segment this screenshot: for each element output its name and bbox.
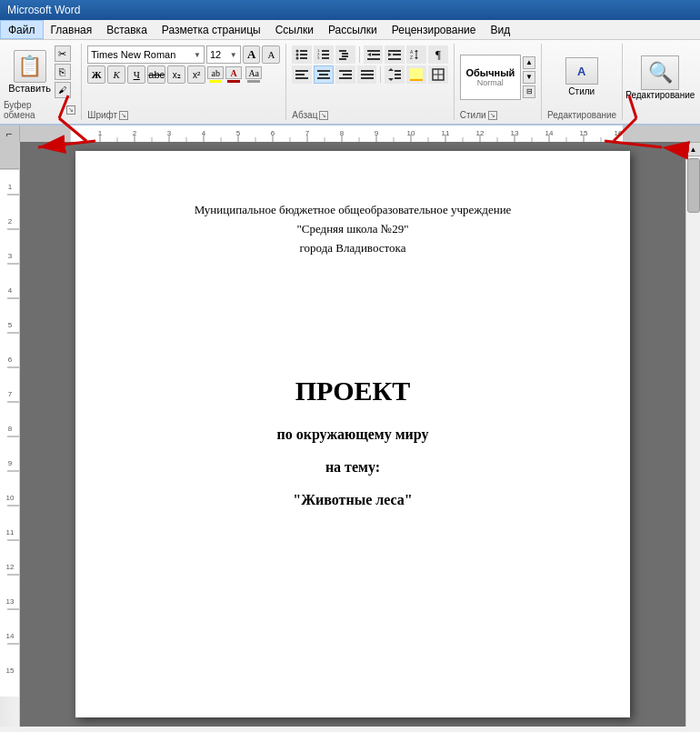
svg-rect-30 xyxy=(295,74,305,75)
doc-header-line2: "Средняя школа №29" xyxy=(144,220,562,239)
svg-text:7: 7 xyxy=(8,390,13,398)
clipboard-expand-icon[interactable]: ↘ xyxy=(66,105,75,115)
svg-rect-5 xyxy=(300,57,307,59)
bold-button[interactable]: Ж xyxy=(87,65,105,84)
svg-rect-40 xyxy=(361,77,374,79)
underline-button[interactable]: Ч xyxy=(127,65,145,84)
svg-rect-39 xyxy=(361,74,374,75)
menu-home[interactable]: Главная xyxy=(44,20,100,39)
menu-review[interactable]: Рецензирование xyxy=(385,20,484,39)
subscript-button[interactable]: x₂ xyxy=(167,65,185,84)
multilevel-list-button[interactable] xyxy=(335,45,355,64)
styles-scroll-up-button[interactable]: ▲ xyxy=(523,56,535,69)
styles-normal-button[interactable]: Обычный Normal xyxy=(460,55,521,100)
align-right-button[interactable] xyxy=(335,65,355,84)
svg-text:4: 4 xyxy=(8,286,13,295)
font-label: Шрифт xyxy=(87,110,117,120)
sort-button[interactable]: A Z xyxy=(406,45,426,64)
italic-button[interactable]: К xyxy=(107,65,125,84)
superscript-button[interactable]: x² xyxy=(187,65,205,84)
styles-expand-icon[interactable]: ↘ xyxy=(488,111,497,120)
change-styles-button[interactable]: A Стили xyxy=(565,57,598,96)
doc-subtitle: по окружающему миру xyxy=(144,426,562,443)
svg-rect-47 xyxy=(410,79,423,81)
font-expand-icon[interactable]: ↘ xyxy=(119,111,128,120)
svg-point-4 xyxy=(296,57,299,60)
svg-marker-41 xyxy=(388,68,394,71)
svg-rect-32 xyxy=(317,70,330,72)
text-effects-button[interactable]: Aa xyxy=(245,66,262,83)
font-size-value: 12 xyxy=(210,49,221,60)
cut-button[interactable]: ✂ xyxy=(55,45,71,62)
increase-font-button[interactable]: A xyxy=(243,45,261,64)
font-name-dropdown-icon[interactable]: ▼ xyxy=(194,51,201,59)
svg-rect-11 xyxy=(322,57,329,59)
svg-marker-21 xyxy=(388,53,392,56)
title-bar-text: Microsoft Word xyxy=(7,4,80,16)
bullet-list-button[interactable] xyxy=(292,45,312,64)
menu-insert[interactable]: Вставка xyxy=(99,20,155,39)
font-color-button[interactable]: A xyxy=(225,66,242,83)
paragraph-expand-icon[interactable]: ↘ xyxy=(319,111,328,120)
document-area[interactable]: Муниципальное бюджетное общеобразователь… xyxy=(20,142,685,727)
tab-selector[interactable]: ⌐ xyxy=(0,125,20,142)
menu-mailings[interactable]: Рассылки xyxy=(321,20,385,39)
svg-rect-14 xyxy=(342,55,348,57)
font-name-input[interactable]: Times New Roman ▼ xyxy=(87,45,205,64)
line-spacing-button[interactable] xyxy=(385,65,405,84)
svg-rect-37 xyxy=(339,77,352,79)
strikethrough-button[interactable]: abc xyxy=(147,65,165,84)
svg-text:5: 5 xyxy=(8,321,13,329)
svg-rect-31 xyxy=(295,77,308,79)
styles-scroll-down-button[interactable]: ▼ xyxy=(523,71,535,84)
numbered-list-button[interactable]: 1. 2. 3. xyxy=(314,45,334,64)
decrease-indent-button[interactable] xyxy=(364,45,384,64)
paste-button[interactable]: 📋 Вставить xyxy=(8,50,51,94)
scroll-up-button[interactable]: ▲ xyxy=(686,142,701,156)
justify-button[interactable] xyxy=(357,65,377,84)
menu-view[interactable]: Вид xyxy=(483,20,517,39)
shading-button[interactable] xyxy=(406,65,426,84)
editing-btn-label: Редактирование xyxy=(625,90,695,100)
editing-button[interactable]: 🔍 Редактирование xyxy=(625,55,695,100)
svg-rect-46 xyxy=(410,68,423,81)
font-size-dropdown-icon[interactable]: ▼ xyxy=(230,51,237,59)
svg-text:11: 11 xyxy=(6,528,15,536)
ribbon: 📋 Вставить ✂ ⎘ 🖌 Буфер обмена ↘ xyxy=(0,40,700,125)
styles-expand-button[interactable]: ⊟ xyxy=(523,85,535,98)
svg-rect-36 xyxy=(343,74,352,75)
svg-text:14: 14 xyxy=(6,632,15,640)
svg-rect-22 xyxy=(393,54,401,55)
menu-file[interactable]: Файл xyxy=(0,20,44,39)
doc-header-line1: Муниципальное бюджетное общеобразователь… xyxy=(144,201,562,220)
format-painter-button[interactable]: 🖌 xyxy=(55,82,71,98)
font-size-input[interactable]: 12 ▼ xyxy=(206,45,241,64)
svg-rect-9 xyxy=(322,54,329,55)
svg-rect-13 xyxy=(342,53,348,55)
scroll-thumb[interactable] xyxy=(687,158,700,213)
svg-rect-45 xyxy=(395,77,401,79)
svg-rect-3 xyxy=(300,54,307,55)
svg-marker-17 xyxy=(367,53,371,56)
copy-button[interactable]: ⎘ xyxy=(55,64,71,80)
highlight-color-button[interactable]: ab xyxy=(207,66,224,83)
align-left-button[interactable] xyxy=(292,65,312,84)
doc-title: ПРОЕКТ xyxy=(144,376,562,406)
doc-header-line3: города Владивостока xyxy=(144,239,562,258)
menu-page-layout[interactable]: Разметка страницы xyxy=(155,20,268,39)
svg-rect-33 xyxy=(319,74,328,75)
svg-text:16: 16 xyxy=(615,129,623,137)
increase-indent-button[interactable] xyxy=(385,45,405,64)
menu-references[interactable]: Ссылки xyxy=(268,20,321,39)
decrease-font-button[interactable]: A xyxy=(262,45,280,64)
svg-marker-27 xyxy=(415,50,418,52)
show-formatting-button[interactable]: ¶ xyxy=(428,45,448,64)
doc-topic-label: на тему: xyxy=(144,459,562,476)
svg-text:3: 3 xyxy=(8,252,13,260)
vertical-scrollbar[interactable]: ▲ xyxy=(685,142,700,727)
svg-text:10: 10 xyxy=(6,494,15,502)
borders-button[interactable] xyxy=(428,65,448,84)
svg-rect-43 xyxy=(395,70,401,72)
svg-text:1: 1 xyxy=(8,183,13,191)
align-center-button[interactable] xyxy=(314,65,334,84)
